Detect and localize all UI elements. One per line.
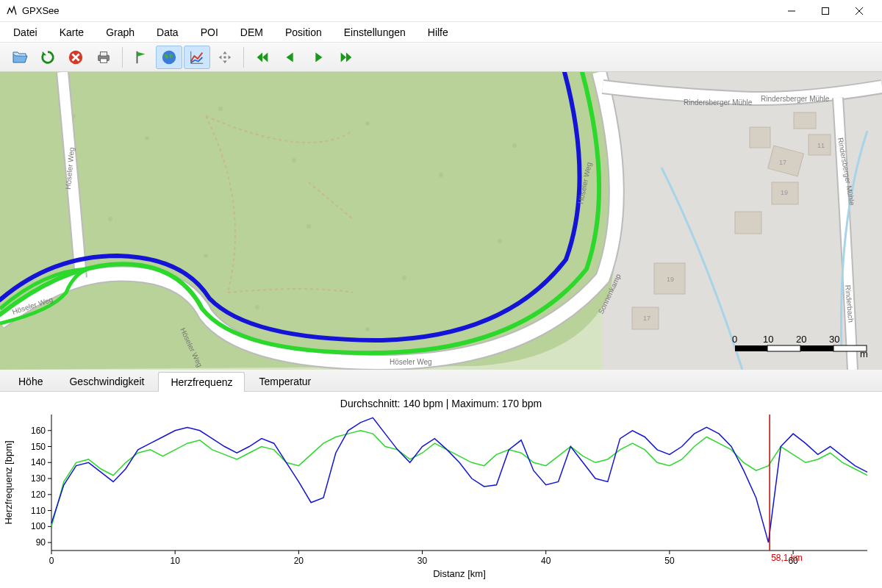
- map-canvas: Höseler Weg Höseler Weg Höseler Weg Höse…: [0, 72, 882, 370]
- next-button[interactable]: [305, 46, 331, 69]
- tab-temperatur[interactable]: Temperatur: [246, 371, 323, 391]
- tab-hoehe[interactable]: Höhe: [6, 371, 55, 391]
- open-file-button[interactable]: [7, 46, 33, 69]
- avg-value: 140 bpm: [403, 398, 442, 409]
- svg-text:17: 17: [779, 159, 786, 166]
- menu-hilfe[interactable]: Hilfe: [425, 25, 451, 40]
- svg-text:20: 20: [294, 556, 304, 566]
- svg-text:30: 30: [417, 556, 428, 566]
- close-circle-icon: [68, 49, 84, 65]
- close-button[interactable]: [842, 0, 876, 22]
- svg-rect-43: [735, 345, 767, 351]
- map-pane[interactable]: Höseler Weg Höseler Weg Höseler Weg Höse…: [0, 72, 882, 370]
- poi-label: Rindersberger Mühle: [761, 95, 830, 103]
- svg-rect-8: [100, 51, 107, 56]
- svg-text:90: 90: [36, 537, 46, 548]
- prev-icon: [282, 49, 298, 65]
- reload-button[interactable]: [35, 46, 61, 69]
- svg-point-20: [365, 121, 370, 126]
- menu-karte[interactable]: Karte: [57, 25, 87, 40]
- menu-data[interactable]: Data: [154, 25, 182, 40]
- heart-rate-chart: 901001101201301401501600102030405060Dist…: [0, 411, 882, 580]
- svg-text:150: 150: [31, 442, 46, 452]
- svg-text:m: m: [860, 348, 868, 359]
- svg-text:10: 10: [171, 556, 181, 566]
- svg-rect-44: [767, 345, 800, 351]
- tab-herzfrequenz[interactable]: Herzfrequenz: [158, 372, 245, 392]
- next-icon: [310, 49, 326, 65]
- print-button[interactable]: [90, 46, 117, 69]
- svg-text:0: 0: [732, 334, 737, 345]
- menu-poi[interactable]: POI: [198, 25, 221, 40]
- svg-point-14: [223, 56, 226, 59]
- menu-einstellungen[interactable]: Einstellungen: [341, 25, 409, 40]
- close-file-button[interactable]: [62, 46, 89, 69]
- titlebar: GPXSee: [0, 0, 882, 22]
- app-icon: [6, 5, 18, 17]
- svg-rect-9: [100, 58, 107, 62]
- svg-text:120: 120: [31, 490, 46, 500]
- svg-text:40: 40: [541, 556, 551, 566]
- svg-text:130: 130: [31, 473, 46, 484]
- svg-point-23: [108, 217, 112, 221]
- move-button[interactable]: [212, 46, 238, 69]
- maximize-button[interactable]: [808, 0, 842, 22]
- svg-text:19: 19: [667, 276, 674, 283]
- flag-icon: [133, 49, 149, 65]
- last-button[interactable]: [333, 46, 359, 69]
- svg-point-28: [255, 305, 259, 309]
- first-button[interactable]: [249, 46, 276, 69]
- svg-text:19: 19: [781, 189, 788, 196]
- reload-icon: [40, 49, 56, 65]
- svg-point-22: [512, 143, 517, 148]
- chart-line-icon: [189, 49, 205, 65]
- poi-flag-button[interactable]: [128, 46, 154, 69]
- tab-geschwindigkeit[interactable]: Geschwindigkeit: [57, 371, 157, 391]
- svg-text:11: 11: [817, 142, 825, 149]
- svg-point-21: [439, 173, 443, 177]
- svg-point-18: [218, 107, 223, 111]
- menu-graph[interactable]: Graph: [103, 25, 137, 40]
- toolbar: [0, 43, 882, 72]
- menubar: Datei Karte Graph Data POI DEM Position …: [0, 22, 882, 43]
- svg-text:160: 160: [31, 426, 46, 436]
- svg-rect-31: [794, 112, 816, 129]
- minimize-button[interactable]: [775, 0, 808, 22]
- window-title: GPXSee: [22, 5, 60, 16]
- menu-dem[interactable]: DEM: [237, 25, 266, 40]
- svg-point-19: [292, 158, 296, 162]
- avg-label: Durchschnitt:: [340, 398, 401, 409]
- svg-point-17: [145, 136, 149, 140]
- toolbar-divider: [122, 47, 123, 68]
- svg-text:0: 0: [49, 556, 54, 566]
- svg-point-25: [306, 224, 311, 229]
- svg-text:Herzfrequenz [bpm]: Herzfrequenz [bpm]: [3, 440, 14, 524]
- road-label: Rindersberger Mühle: [684, 98, 753, 107]
- road-label: Höseler Weg: [390, 358, 432, 366]
- svg-point-29: [365, 327, 370, 331]
- printer-icon: [96, 49, 112, 65]
- svg-rect-1: [822, 7, 829, 14]
- move-icon: [217, 49, 233, 65]
- toolbar-divider: [243, 47, 244, 68]
- prev-button[interactable]: [277, 46, 304, 69]
- chart-pane[interactable]: 901001101201301401501600102030405060Dist…: [0, 411, 882, 588]
- show-map-button[interactable]: [156, 46, 182, 69]
- svg-point-11: [162, 50, 176, 63]
- show-graph-button[interactable]: [184, 46, 210, 69]
- svg-text:30: 30: [829, 334, 839, 345]
- svg-text:20: 20: [796, 334, 806, 345]
- folder-open-icon: [11, 49, 29, 66]
- menu-datei[interactable]: Datei: [10, 25, 40, 40]
- max-value: 170 bpm: [502, 398, 542, 409]
- last-icon: [338, 49, 354, 65]
- svg-text:110: 110: [31, 506, 46, 516]
- max-label: Maximum:: [451, 398, 499, 409]
- graph-stats: Durchschnitt: 140 bpm | Maximum: 170 bpm: [0, 392, 882, 411]
- svg-text:58,1 km: 58,1 km: [771, 553, 803, 563]
- first-icon: [254, 49, 270, 65]
- svg-rect-45: [800, 345, 833, 351]
- menu-position[interactable]: Position: [282, 25, 325, 40]
- svg-rect-34: [735, 212, 761, 234]
- svg-rect-30: [750, 127, 770, 148]
